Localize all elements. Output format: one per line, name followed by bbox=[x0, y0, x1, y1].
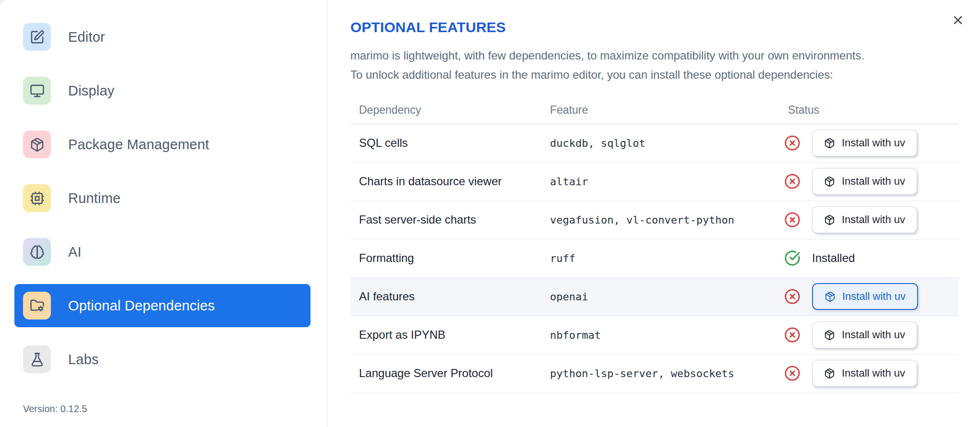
optional-features-panel: OPTIONAL FEATURES marimo is lightweight,… bbox=[327, 0, 980, 427]
installed-icon bbox=[784, 250, 801, 266]
package-icon bbox=[824, 214, 835, 225]
install-with-uv-button[interactable]: Install with uv bbox=[812, 206, 917, 233]
install-with-uv-button[interactable]: Install with uv bbox=[812, 168, 917, 195]
status-cell: Install with uv bbox=[779, 124, 958, 162]
sidebar-item-label: Runtime bbox=[68, 190, 120, 206]
install-button-label: Install with uv bbox=[842, 137, 905, 149]
not-installed-icon bbox=[784, 288, 801, 305]
table-row: Formatting ruff Installed bbox=[350, 239, 958, 277]
sidebar-item-label: Editor bbox=[68, 29, 105, 45]
table-row: Language Server Protocol python-lsp-serv… bbox=[350, 354, 958, 392]
status-cell: Install with uv bbox=[779, 354, 958, 392]
install-button-label: Install with uv bbox=[842, 214, 905, 226]
status-cell: Installed bbox=[779, 239, 958, 277]
package-icon bbox=[825, 291, 836, 302]
package-icon bbox=[824, 368, 835, 379]
not-installed-icon bbox=[784, 327, 801, 343]
column-header-feature: Feature bbox=[541, 97, 779, 124]
not-installed-icon bbox=[784, 212, 801, 228]
close-icon bbox=[951, 13, 965, 27]
not-installed-icon bbox=[784, 135, 801, 151]
dependency-cell: Formatting bbox=[350, 239, 541, 277]
settings-dialog: Editor Display Package Management Runtim… bbox=[0, 0, 980, 427]
table-row: Export as IPYNB nbformat Install with uv bbox=[350, 316, 958, 354]
package-icon bbox=[824, 138, 835, 149]
dependency-cell: Charts in datasource viewer bbox=[350, 162, 541, 201]
status-cell: Install with uv bbox=[779, 162, 958, 201]
page-title: OPTIONAL FEATURES bbox=[350, 19, 958, 36]
version-label: Version: 0.12.5 bbox=[23, 403, 87, 415]
table-header-row: Dependency Feature Status bbox=[350, 97, 958, 124]
not-installed-icon bbox=[784, 173, 801, 190]
feature-cell: duckdb, sqlglot bbox=[541, 124, 779, 162]
install-with-uv-button[interactable]: Install with uv bbox=[812, 283, 918, 310]
status-cell: Install with uv bbox=[779, 201, 958, 239]
settings-sidebar: Editor Display Package Management Runtim… bbox=[0, 0, 327, 427]
sidebar-item-package-management[interactable]: Package Management bbox=[14, 123, 311, 166]
package-icon bbox=[824, 330, 835, 341]
flask-icon bbox=[23, 345, 51, 373]
not-installed-icon bbox=[784, 365, 801, 381]
dependency-cell: Language Server Protocol bbox=[350, 354, 541, 392]
feature-cell: nbformat bbox=[541, 316, 779, 354]
table-row: Charts in datasource viewer altair Insta… bbox=[350, 162, 958, 201]
install-with-uv-button[interactable]: Install with uv bbox=[812, 360, 917, 387]
sidebar-item-labs[interactable]: Labs bbox=[14, 338, 311, 381]
sidebar-item-editor[interactable]: Editor bbox=[14, 15, 311, 59]
optional-features-table: Dependency Feature Status SQL cells duck… bbox=[350, 97, 958, 393]
sidebar-item-label: Package Management bbox=[68, 137, 209, 153]
cpu-icon bbox=[23, 184, 51, 212]
table-row: AI features openai Install with uv bbox=[350, 277, 958, 316]
installed-status-text: Installed bbox=[812, 251, 855, 265]
status-cell: Install with uv bbox=[779, 277, 958, 316]
description: marimo is lightweight, with few dependen… bbox=[350, 46, 958, 84]
dependency-cell: Export as IPYNB bbox=[350, 316, 541, 354]
package-icon bbox=[824, 176, 835, 187]
dependency-cell: AI features bbox=[350, 277, 541, 316]
status-cell: Install with uv bbox=[779, 316, 958, 354]
sidebar-item-runtime[interactable]: Runtime bbox=[14, 177, 311, 220]
install-with-uv-button[interactable]: Install with uv bbox=[812, 321, 917, 348]
folder-cog-icon bbox=[23, 292, 51, 320]
feature-cell: ruff bbox=[541, 239, 779, 277]
monitor-icon bbox=[23, 77, 51, 105]
dependency-cell: SQL cells bbox=[350, 124, 541, 162]
package-icon bbox=[23, 130, 51, 158]
install-button-label: Install with uv bbox=[842, 329, 905, 341]
brain-icon bbox=[23, 238, 51, 266]
sidebar-item-optional-dependencies[interactable]: Optional Dependencies bbox=[14, 284, 311, 327]
close-button[interactable] bbox=[949, 12, 967, 29]
feature-cell: altair bbox=[541, 162, 779, 201]
feature-cell: vegafusion, vl-convert-python bbox=[541, 201, 779, 239]
install-button-label: Install with uv bbox=[842, 175, 905, 188]
sidebar-item-label: Labs bbox=[68, 352, 99, 368]
sidebar-item-label: Display bbox=[68, 83, 115, 99]
sidebar-item-label: AI bbox=[68, 244, 82, 260]
feature-cell: python-lsp-server, websockets bbox=[541, 354, 779, 392]
column-header-dependency: Dependency bbox=[350, 97, 541, 124]
sidebar-item-display[interactable]: Display bbox=[14, 69, 311, 112]
table-row: Fast server-side charts vegafusion, vl-c… bbox=[350, 201, 958, 239]
install-button-label: Install with uv bbox=[842, 290, 906, 303]
sidebar-item-ai[interactable]: AI bbox=[14, 230, 311, 273]
install-with-uv-button[interactable]: Install with uv bbox=[812, 130, 917, 156]
table-row: SQL cells duckdb, sqlglot Install with u… bbox=[350, 124, 958, 162]
dependency-cell: Fast server-side charts bbox=[350, 201, 541, 239]
column-header-status: Status bbox=[779, 97, 958, 124]
sidebar-item-label: Optional Dependencies bbox=[68, 298, 215, 314]
pen-square-icon bbox=[23, 23, 51, 51]
install-button-label: Install with uv bbox=[842, 367, 905, 380]
description-line: marimo is lightweight, with few dependen… bbox=[350, 46, 958, 65]
description-line: To unlock additional features in the mar… bbox=[350, 65, 958, 84]
feature-cell: openai bbox=[541, 277, 779, 316]
